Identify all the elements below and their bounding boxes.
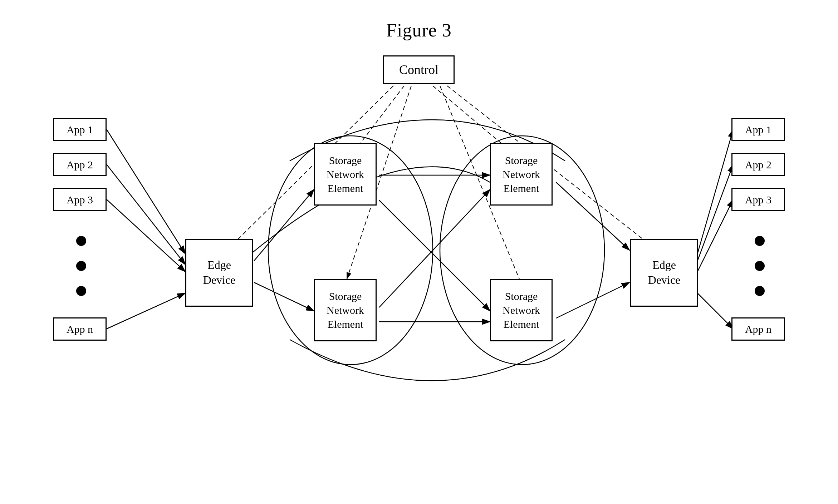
svg-line-15 xyxy=(697,164,733,261)
left-edge-device: EdgeDevice xyxy=(185,239,253,307)
left-dot-2 xyxy=(76,261,86,271)
svg-line-7 xyxy=(254,282,314,311)
left-app-n: App n xyxy=(53,317,107,341)
svg-line-6 xyxy=(254,189,314,261)
right-dot-1 xyxy=(755,236,765,246)
sne-top-left: StorageNetworkElement xyxy=(314,143,377,206)
diagram: Figure 3 xyxy=(0,0,838,504)
right-edge-device: EdgeDevice xyxy=(630,239,698,307)
right-dot-2 xyxy=(755,261,765,271)
svg-line-10 xyxy=(379,189,490,307)
svg-line-23 xyxy=(447,86,663,255)
left-dot-1 xyxy=(76,236,86,246)
svg-line-13 xyxy=(556,282,629,318)
sne-bottom-right: StorageNetworkElement xyxy=(490,279,553,341)
right-app-1: App 1 xyxy=(731,118,785,141)
right-app-n: App n xyxy=(731,317,785,341)
sne-top-right: StorageNetworkElement xyxy=(490,143,553,206)
right-app-3: App 3 xyxy=(731,188,785,211)
svg-line-17 xyxy=(697,293,733,329)
svg-line-3 xyxy=(107,164,185,265)
svg-line-9 xyxy=(379,200,490,311)
left-app-3: App 3 xyxy=(53,188,107,211)
left-app-1: App 1 xyxy=(53,118,107,141)
svg-line-5 xyxy=(107,293,185,329)
control-box: Control xyxy=(383,55,455,84)
left-app-2: App 2 xyxy=(53,153,107,176)
sne-bottom-left: StorageNetworkElement xyxy=(314,279,377,341)
left-dot-3 xyxy=(76,286,86,296)
right-app-2: App 2 xyxy=(731,153,785,176)
right-dot-3 xyxy=(755,286,765,296)
